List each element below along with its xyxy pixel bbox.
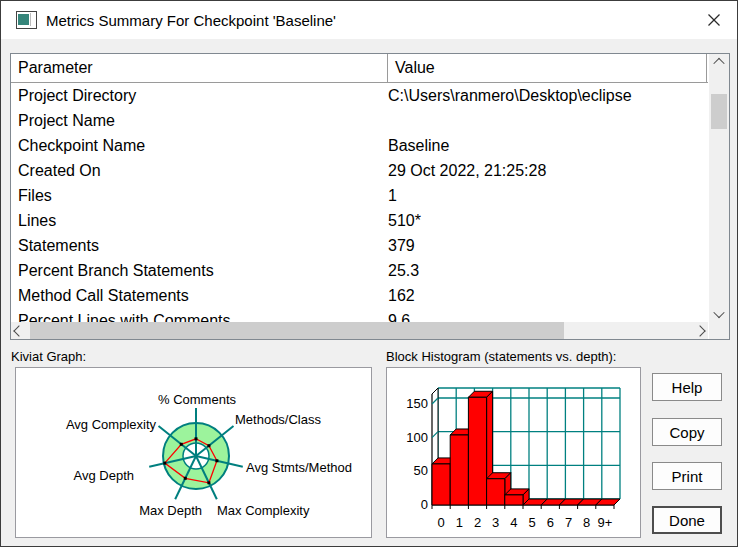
app-icon-fill	[18, 14, 29, 25]
parameter-cell: Project Directory	[11, 87, 388, 105]
parameter-cell: Created On	[11, 162, 388, 180]
kiviat-radar-chart: % CommentsMethods/ClassAvg Stmts/MethodM…	[16, 368, 371, 537]
close-button[interactable]	[691, 1, 737, 39]
chevron-right-icon	[694, 325, 705, 336]
scroll-down-button[interactable]	[709, 306, 729, 322]
vertical-scroll-track[interactable]	[709, 70, 729, 306]
vertical-scrollbar[interactable]	[709, 54, 729, 322]
titlebar: Metrics Summary For Checkpoint 'Baseline…	[1, 1, 737, 39]
svg-text:6: 6	[547, 515, 554, 530]
copy-button[interactable]: Copy	[652, 418, 722, 446]
window-title: Metrics Summary For Checkpoint 'Baseline…	[46, 12, 336, 29]
value-cell: 379	[388, 237, 708, 255]
table-body: Project DirectoryC:\Users\ranmero\Deskto…	[11, 83, 708, 322]
block-histogram-chart: 0501001500123456789+	[387, 368, 640, 537]
chevron-left-icon	[13, 325, 24, 336]
parameter-cell: Percent Lines with Comments	[11, 312, 388, 323]
block-histogram-label: Block Histogram (statements vs. depth):	[386, 349, 616, 364]
table-header: Parameter Value	[11, 54, 708, 83]
svg-text:Avg Complexity: Avg Complexity	[66, 417, 157, 432]
svg-text:150: 150	[406, 396, 428, 411]
table-row[interactable]: Percent Branch Statements25.3	[11, 258, 708, 283]
table-row[interactable]: Method Call Statements162	[11, 283, 708, 308]
table-row[interactable]: Project DirectoryC:\Users\ranmero\Deskto…	[11, 83, 708, 108]
svg-text:7: 7	[565, 515, 572, 530]
svg-text:3: 3	[492, 515, 499, 530]
value-cell: C:\Users\ranmero\Desktop\eclipse	[388, 87, 708, 105]
chevron-down-icon	[713, 307, 724, 318]
value-cell: 1	[388, 187, 708, 205]
print-button[interactable]: Print	[652, 462, 722, 490]
svg-text:4: 4	[510, 515, 517, 530]
svg-text:0: 0	[437, 515, 444, 530]
table-row[interactable]: Created On29 Oct 2022, 21:25:28	[11, 158, 708, 183]
svg-text:0: 0	[421, 497, 428, 512]
app-icon	[16, 11, 37, 29]
metrics-table: Parameter Value Project DirectoryC:\User…	[10, 53, 730, 340]
kiviat-graph-label: Kiviat Graph:	[11, 349, 86, 364]
chevron-up-icon	[713, 58, 724, 69]
table-row[interactable]: Files1	[11, 183, 708, 208]
parameter-cell: Statements	[11, 237, 388, 255]
metrics-summary-dialog: Metrics Summary For Checkpoint 'Baseline…	[0, 0, 738, 547]
svg-text:8: 8	[583, 515, 590, 530]
column-header-value[interactable]: Value	[388, 54, 707, 82]
parameter-cell: Project Name	[11, 112, 388, 130]
table-row[interactable]: Checkpoint NameBaseline	[11, 133, 708, 158]
horizontal-scrollbar[interactable]	[11, 322, 708, 339]
close-icon	[707, 13, 721, 27]
scroll-right-button[interactable]	[692, 322, 708, 339]
table-row[interactable]: Lines510*	[11, 208, 708, 233]
svg-text:Avg Depth: Avg Depth	[74, 468, 134, 483]
value-cell: 9.6	[388, 312, 708, 323]
done-button[interactable]: Done	[652, 506, 722, 534]
table-row[interactable]: Project Name	[11, 108, 708, 133]
scrollbar-corner	[709, 322, 729, 339]
value-cell: 162	[388, 287, 708, 305]
scroll-left-button[interactable]	[11, 322, 27, 339]
svg-text:50: 50	[414, 463, 428, 478]
svg-text:Methods/Class: Methods/Class	[235, 412, 321, 427]
parameter-cell: Files	[11, 187, 388, 205]
svg-text:100: 100	[406, 430, 428, 445]
svg-text:5: 5	[528, 515, 535, 530]
app-icon-strip	[30, 13, 35, 26]
parameter-cell: Percent Branch Statements	[11, 262, 388, 280]
horizontal-scroll-track[interactable]	[27, 322, 692, 339]
parameter-cell: Method Call Statements	[11, 287, 388, 305]
value-cell: 25.3	[388, 262, 708, 280]
column-header-parameter[interactable]: Parameter	[11, 54, 388, 82]
value-cell: Baseline	[388, 137, 708, 155]
block-histogram-panel: 0501001500123456789+	[386, 367, 641, 538]
svg-text:9+: 9+	[597, 515, 612, 530]
table-row[interactable]: Percent Lines with Comments9.6	[11, 308, 708, 322]
svg-text:Max Complexity: Max Complexity	[217, 503, 310, 518]
value-cell: 29 Oct 2022, 21:25:28	[388, 162, 708, 180]
svg-text:2: 2	[474, 515, 481, 530]
parameter-cell: Checkpoint Name	[11, 137, 388, 155]
table-row[interactable]: Statements379	[11, 233, 708, 258]
value-cell: 510*	[388, 212, 708, 230]
kiviat-graph-panel: % CommentsMethods/ClassAvg Stmts/MethodM…	[15, 367, 372, 538]
svg-text:% Comments: % Comments	[158, 392, 237, 407]
parameter-cell: Lines	[11, 212, 388, 230]
vertical-scroll-thumb[interactable]	[711, 94, 727, 129]
svg-text:Max Depth: Max Depth	[139, 503, 202, 518]
scroll-up-button[interactable]	[709, 54, 729, 70]
horizontal-scroll-thumb[interactable]	[30, 322, 564, 339]
help-button[interactable]: Help	[652, 373, 722, 401]
svg-text:1: 1	[456, 515, 463, 530]
svg-text:Avg Stmts/Method: Avg Stmts/Method	[246, 460, 352, 475]
